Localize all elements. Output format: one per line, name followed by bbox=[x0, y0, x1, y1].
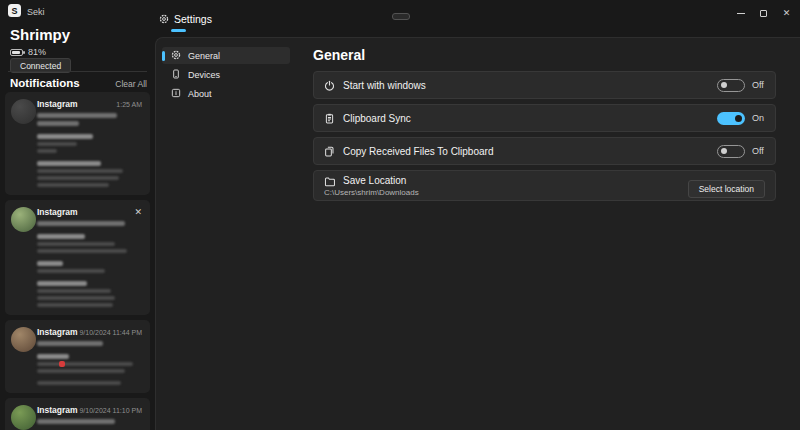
tab-settings-label: Settings bbox=[174, 13, 212, 25]
device-icon bbox=[171, 69, 181, 79]
settings-panel: General Devices About General Start with… bbox=[155, 37, 800, 430]
drag-handle-pill bbox=[392, 13, 410, 20]
redacted-line bbox=[37, 419, 142, 424]
redacted-line bbox=[37, 354, 142, 359]
redacted-line bbox=[37, 183, 142, 187]
setting-row-start-with-windows: Start with windows Off bbox=[313, 71, 776, 99]
battery-status: 81% bbox=[10, 47, 46, 57]
redacted-line bbox=[37, 161, 142, 166]
window-controls: ✕ bbox=[729, 0, 798, 26]
notification-redacted-text bbox=[37, 341, 142, 385]
page-title: General bbox=[313, 47, 365, 63]
nav-item-about[interactable]: About bbox=[162, 85, 290, 102]
tab-active-indicator bbox=[171, 29, 186, 32]
gear-icon bbox=[159, 14, 169, 24]
minimize-button[interactable] bbox=[729, 0, 752, 26]
avatar bbox=[11, 405, 36, 430]
app-logo-icon: S bbox=[8, 4, 21, 17]
redacted-line bbox=[37, 234, 142, 239]
notifications-title: Notifications bbox=[10, 77, 80, 89]
redacted-line bbox=[37, 169, 142, 173]
redacted-line bbox=[37, 296, 142, 300]
notification-timestamp: 9/10/2024 11:10 PM bbox=[79, 407, 142, 414]
avatar bbox=[11, 99, 36, 124]
tab-settings[interactable]: Settings bbox=[159, 13, 212, 25]
redacted-line bbox=[37, 121, 142, 126]
setting-label: Clipboard Sync bbox=[343, 113, 411, 124]
toggle-state-label: Off bbox=[752, 80, 765, 90]
redacted-line bbox=[37, 381, 142, 385]
close-button[interactable]: ✕ bbox=[775, 0, 798, 26]
redacted-line bbox=[37, 289, 142, 293]
close-notification-icon[interactable]: ✕ bbox=[134, 208, 142, 217]
setting-label: Copy Received Files To Clipboard bbox=[343, 146, 493, 157]
toggle-state-label: On bbox=[752, 113, 765, 123]
notification-card-1[interactable]: Instagram 1:25 AM ✕ bbox=[5, 92, 150, 195]
minimize-icon bbox=[737, 13, 745, 14]
nav-item-label: Devices bbox=[188, 70, 220, 80]
nav-item-label: General bbox=[188, 51, 220, 61]
folder-icon bbox=[324, 176, 336, 187]
avatar bbox=[11, 207, 36, 232]
setting-row-save-location: Save Location C:\Users\shrim\Downloads S… bbox=[313, 170, 776, 201]
nav-item-devices[interactable]: Devices bbox=[162, 66, 290, 83]
redacted-line bbox=[37, 149, 142, 153]
setting-subtitle: C:\Users\shrim\Downloads bbox=[324, 189, 419, 197]
gear-icon bbox=[171, 50, 181, 60]
notification-redacted-text bbox=[37, 221, 142, 307]
avatar bbox=[11, 327, 36, 352]
redacted-line bbox=[37, 261, 142, 266]
close-icon: ✕ bbox=[783, 9, 791, 18]
power-icon bbox=[324, 80, 336, 91]
notification-app-name: Instagram bbox=[37, 99, 78, 109]
setting-row-copy-received-files-to-clipboard: Copy Received Files To Clipboard Off bbox=[313, 137, 776, 165]
notification-timestamp: 9/10/2024 11:44 PM bbox=[79, 329, 142, 336]
nav-item-label: About bbox=[188, 89, 212, 99]
toggle-clipboard-sync[interactable] bbox=[717, 112, 745, 125]
app-window: S Seki ✕ Shrimpy 81% Connected Notificat… bbox=[0, 0, 800, 430]
redacted-line bbox=[37, 134, 142, 139]
redacted-line bbox=[37, 113, 142, 118]
notification-card-4[interactable]: Instagram 9/10/2024 11:10 PM ✕ bbox=[5, 398, 150, 430]
redacted-line bbox=[37, 221, 142, 226]
copy-icon bbox=[324, 146, 336, 157]
maximize-icon bbox=[760, 10, 767, 17]
clear-all-button[interactable]: Clear All bbox=[115, 79, 147, 89]
battery-icon bbox=[10, 49, 23, 56]
notification-list: Instagram 1:25 AM ✕ Instagram ✕ Instagra… bbox=[5, 92, 150, 430]
toggle-state-label: Off bbox=[752, 146, 765, 156]
setting-label: Start with windows bbox=[343, 80, 426, 91]
notification-app-name: Instagram bbox=[37, 207, 78, 217]
notification-timestamp: 1:25 AM bbox=[116, 101, 142, 108]
reaction-emoji-icon bbox=[59, 361, 65, 367]
redacted-line bbox=[37, 269, 142, 273]
setting-row-clipboard-sync: Clipboard Sync On bbox=[313, 104, 776, 132]
maximize-button[interactable] bbox=[752, 0, 775, 26]
settings-nav: General Devices About bbox=[162, 47, 290, 104]
settings-rows: Start with windows Off Clipboard Sync On… bbox=[313, 71, 776, 206]
redacted-line bbox=[37, 176, 142, 180]
select-location-button[interactable]: Select location bbox=[688, 180, 765, 198]
toggle-copy-received-files-to-clipboard[interactable] bbox=[717, 145, 745, 158]
nav-item-general[interactable]: General bbox=[162, 47, 290, 64]
redacted-line bbox=[37, 362, 142, 366]
redacted-line bbox=[37, 369, 142, 373]
redacted-line bbox=[37, 249, 142, 253]
notification-card-2[interactable]: Instagram ✕ bbox=[5, 200, 150, 315]
redacted-line bbox=[37, 281, 142, 286]
setting-label: Save Location bbox=[343, 175, 419, 186]
device-name: Shrimpy bbox=[10, 26, 70, 43]
info-icon bbox=[171, 88, 181, 98]
battery-level: 81% bbox=[28, 47, 46, 57]
clipboard-icon bbox=[324, 113, 336, 124]
notifications-header: Notifications Clear All bbox=[10, 77, 147, 89]
notification-app-name: Instagram bbox=[37, 327, 78, 337]
notification-redacted-text bbox=[37, 419, 142, 430]
app-title: Seki bbox=[27, 7, 45, 17]
toggle-start-with-windows[interactable] bbox=[717, 79, 745, 92]
redacted-line bbox=[37, 303, 142, 307]
redacted-line bbox=[37, 142, 142, 146]
notification-redacted-text bbox=[37, 113, 142, 187]
sidebar-divider bbox=[8, 71, 147, 72]
notification-card-3[interactable]: Instagram 9/10/2024 11:44 PM ✕ bbox=[5, 320, 150, 393]
